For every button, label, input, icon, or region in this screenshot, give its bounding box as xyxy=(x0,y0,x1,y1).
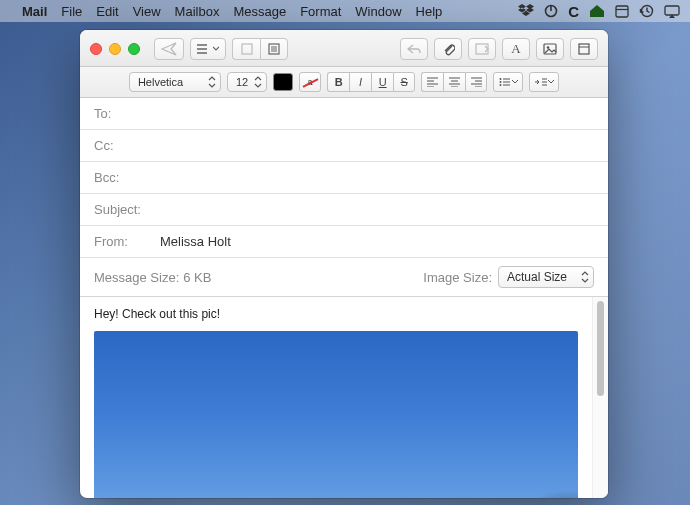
compose-window: A Helvetica 12 a B I U S xyxy=(80,30,608,498)
menu-message[interactable]: Message xyxy=(233,4,286,19)
cc-label: Cc: xyxy=(94,138,154,153)
from-label: From: xyxy=(94,234,154,249)
app-menu[interactable]: Mail xyxy=(22,4,47,19)
italic-button[interactable]: I xyxy=(349,72,371,92)
to-input[interactable] xyxy=(154,106,594,121)
zoom-window-button[interactable] xyxy=(128,43,140,55)
menu-view[interactable]: View xyxy=(133,4,161,19)
svg-rect-9 xyxy=(242,44,252,54)
rich-text-button[interactable] xyxy=(232,38,260,60)
bcc-input[interactable] xyxy=(154,170,594,185)
message-size-label: Message Size: xyxy=(94,270,179,285)
menu-window[interactable]: Window xyxy=(355,4,401,19)
minimize-window-button[interactable] xyxy=(109,43,121,55)
svg-rect-5 xyxy=(665,6,679,15)
power-icon[interactable] xyxy=(544,4,558,18)
format-bar: Helvetica 12 a B I U S xyxy=(80,67,608,98)
svg-point-35 xyxy=(499,84,501,86)
menu-file[interactable]: File xyxy=(61,4,82,19)
window-traffic-lights xyxy=(90,43,140,55)
svg-rect-2 xyxy=(616,6,628,17)
strike-button[interactable]: S xyxy=(393,72,415,92)
font-family-select[interactable]: Helvetica xyxy=(129,72,221,92)
size-info-row: Message Size: 6 KB Image Size: Actual Si… xyxy=(80,258,608,297)
message-body-area: Hey! Check out this pic! xyxy=(80,297,608,498)
fonts-button[interactable]: A xyxy=(502,38,530,60)
align-left-button[interactable] xyxy=(421,72,443,92)
font-family-value: Helvetica xyxy=(138,76,183,88)
bcc-label: Bcc: xyxy=(94,170,154,185)
underline-button[interactable]: U xyxy=(371,72,393,92)
to-label: To: xyxy=(94,106,154,121)
background-color-button[interactable]: a xyxy=(299,72,321,92)
text-color-swatch[interactable] xyxy=(273,73,293,91)
insert-button[interactable] xyxy=(468,38,496,60)
align-right-button[interactable] xyxy=(465,72,487,92)
body-text: Hey! Check out this pic! xyxy=(94,307,578,321)
attach-button[interactable] xyxy=(434,38,462,60)
close-window-button[interactable] xyxy=(90,43,102,55)
macos-menubar: Mail File Edit View Mailbox Message Form… xyxy=(0,0,690,22)
font-size-select[interactable]: 12 xyxy=(227,72,267,92)
image-size-value: Actual Size xyxy=(507,270,567,284)
indent-button[interactable] xyxy=(529,72,559,92)
header-fields: To: Cc: Bcc: Subject: From: Melissa Holt… xyxy=(80,98,608,297)
subject-label: Subject: xyxy=(94,202,154,217)
bold-button[interactable]: B xyxy=(327,72,349,92)
dropbox-icon[interactable] xyxy=(518,4,534,18)
menu-edit[interactable]: Edit xyxy=(96,4,118,19)
timemachine-icon[interactable] xyxy=(639,4,654,18)
list-button[interactable] xyxy=(493,72,523,92)
format-bar-toggle[interactable] xyxy=(570,38,598,60)
calendar-icon[interactable] xyxy=(615,4,629,18)
message-body[interactable]: Hey! Check out this pic! xyxy=(80,297,592,498)
vertical-scrollbar[interactable] xyxy=(592,297,608,498)
bcc-field[interactable]: Bcc: xyxy=(80,162,608,194)
send-button[interactable] xyxy=(154,38,184,60)
chevron-updown-icon xyxy=(581,271,589,283)
chevron-updown-icon xyxy=(208,76,216,88)
photo-browser-button[interactable] xyxy=(536,38,564,60)
svg-point-31 xyxy=(499,78,501,80)
header-fields-button[interactable] xyxy=(190,38,226,60)
airplay-icon[interactable] xyxy=(664,5,680,18)
home-icon[interactable] xyxy=(589,4,605,18)
message-size-value: 6 KB xyxy=(183,270,211,285)
menu-mailbox[interactable]: Mailbox xyxy=(175,4,220,19)
chevron-updown-icon xyxy=(254,76,262,88)
svg-rect-14 xyxy=(476,44,488,54)
image-size-select[interactable]: Actual Size xyxy=(498,266,594,288)
cc-field[interactable]: Cc: xyxy=(80,130,608,162)
font-size-value: 12 xyxy=(236,76,248,88)
align-center-button[interactable] xyxy=(443,72,465,92)
svg-point-33 xyxy=(499,81,501,83)
subject-field[interactable]: Subject: xyxy=(80,194,608,226)
scroll-thumb[interactable] xyxy=(597,301,604,396)
attached-image[interactable] xyxy=(94,331,578,498)
letter-c-icon[interactable]: C xyxy=(568,3,579,20)
cc-input[interactable] xyxy=(154,138,594,153)
svg-rect-17 xyxy=(579,44,589,54)
image-size-label: Image Size: xyxy=(423,270,492,285)
to-field[interactable]: To: xyxy=(80,98,608,130)
reply-button[interactable] xyxy=(400,38,428,60)
subject-input[interactable] xyxy=(154,202,594,217)
plain-text-button[interactable] xyxy=(260,38,288,60)
from-field[interactable]: From: Melissa Holt xyxy=(80,226,608,258)
menu-format[interactable]: Format xyxy=(300,4,341,19)
window-titlebar: A xyxy=(80,30,608,67)
menu-help[interactable]: Help xyxy=(416,4,443,19)
from-value: Melissa Holt xyxy=(160,234,231,249)
